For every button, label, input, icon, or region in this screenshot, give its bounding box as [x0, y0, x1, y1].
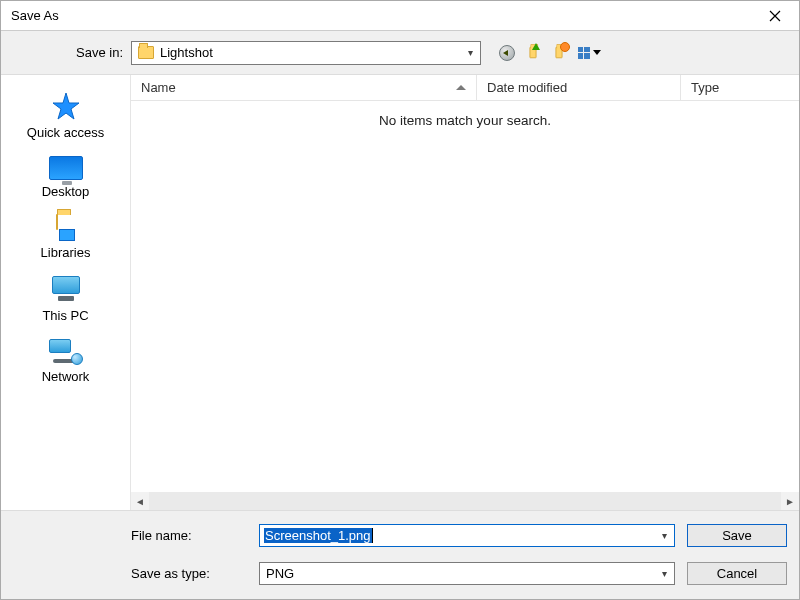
back-button[interactable] [497, 43, 517, 63]
filename-label: File name: [131, 528, 251, 543]
chevron-down-icon[interactable]: ▾ [654, 525, 674, 546]
views-icon [578, 47, 590, 59]
sort-ascending-icon [456, 85, 466, 90]
scroll-left-button[interactable]: ◄ [131, 492, 149, 510]
desktop-icon [49, 156, 83, 180]
folder-icon [138, 46, 154, 59]
views-button[interactable] [575, 43, 603, 63]
place-quick-access[interactable]: Quick access [1, 85, 130, 148]
dialog-body: Quick access Desktop Libraries This PC N… [1, 75, 799, 510]
place-label: Desktop [42, 184, 90, 199]
column-name[interactable]: Name [131, 75, 477, 100]
this-pc-icon [49, 276, 83, 304]
column-headers: Name Date modified Type [131, 75, 799, 101]
chevron-down-icon [593, 50, 601, 55]
filetype-value: PNG [260, 566, 654, 581]
horizontal-scrollbar[interactable]: ◄ ► [131, 492, 799, 510]
place-this-pc[interactable]: This PC [1, 270, 130, 331]
new-folder-button[interactable] [549, 43, 569, 63]
bottom-form: File name: Screenshot_1.png ▾ Save Save … [1, 510, 799, 599]
filename-input[interactable]: Screenshot_1.png ▾ [259, 524, 675, 547]
libraries-icon [50, 215, 82, 241]
savein-folder: Lightshot [160, 45, 460, 60]
scroll-track[interactable] [149, 492, 781, 510]
toolbar-icons [497, 43, 603, 63]
places-bar: Quick access Desktop Libraries This PC N… [1, 75, 131, 510]
title-bar: Save As [1, 1, 799, 31]
column-type-label: Type [691, 80, 719, 95]
column-date-label: Date modified [487, 80, 567, 95]
svg-marker-0 [53, 93, 79, 119]
place-network[interactable]: Network [1, 333, 130, 392]
filetype-label: Save as type: [131, 566, 251, 581]
column-date[interactable]: Date modified [477, 75, 681, 100]
place-desktop[interactable]: Desktop [1, 150, 130, 207]
column-name-label: Name [141, 80, 176, 95]
file-list: Name Date modified Type No items match y… [131, 75, 799, 510]
save-button[interactable]: Save [687, 524, 787, 547]
network-icon [49, 339, 83, 365]
column-type[interactable]: Type [681, 75, 799, 100]
place-label: This PC [42, 308, 88, 323]
close-icon [769, 10, 781, 22]
cancel-button[interactable]: Cancel [687, 562, 787, 585]
savein-combo[interactable]: Lightshot ▾ [131, 41, 481, 65]
filename-value: Screenshot_1.png [260, 525, 654, 546]
place-label: Quick access [27, 125, 104, 140]
empty-message: No items match your search. [131, 101, 799, 492]
savein-row: Save in: Lightshot ▾ [1, 31, 799, 75]
text-caret [372, 528, 373, 543]
new-folder-icon [555, 47, 562, 58]
quick-access-icon [51, 91, 81, 121]
place-label: Network [42, 369, 90, 384]
place-label: Libraries [41, 245, 91, 260]
chevron-down-icon[interactable]: ▾ [654, 563, 674, 584]
close-button[interactable] [757, 1, 793, 30]
filetype-combo[interactable]: PNG ▾ [259, 562, 675, 585]
up-one-level-button[interactable] [523, 43, 543, 63]
back-icon [499, 45, 515, 61]
place-libraries[interactable]: Libraries [1, 209, 130, 268]
dialog-title: Save As [11, 8, 59, 23]
folder-up-icon [529, 47, 536, 58]
scroll-right-button[interactable]: ► [781, 492, 799, 510]
savein-label: Save in: [1, 45, 131, 60]
chevron-down-icon[interactable]: ▾ [460, 42, 480, 64]
